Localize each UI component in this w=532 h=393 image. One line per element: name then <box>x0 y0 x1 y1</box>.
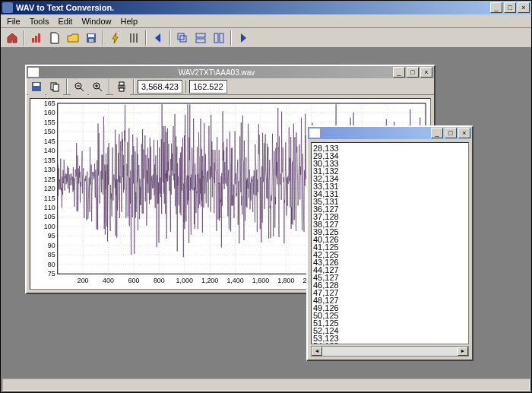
app-window: WAV to Text Conversion. _ □ × File Tools… <box>0 0 532 393</box>
svg-rect-7 <box>133 33 135 43</box>
svg-text:140: 140 <box>44 147 55 154</box>
svg-text:105: 105 <box>44 213 55 220</box>
svg-rect-16 <box>33 83 40 86</box>
svg-rect-12 <box>196 39 205 43</box>
close-button[interactable]: × <box>518 2 530 13</box>
svg-rect-4 <box>88 34 94 37</box>
app-title: WAV to Text Conversion. <box>16 3 490 12</box>
zoom-in-icon <box>91 81 103 93</box>
svg-rect-13 <box>214 33 218 43</box>
svg-line-23 <box>99 88 102 91</box>
data-window-titlebar[interactable]: _ □ × <box>308 127 472 139</box>
chart-minimize-button[interactable]: _ <box>393 67 405 78</box>
svg-text:1,400: 1,400 <box>226 277 243 284</box>
open-chart-button[interactable] <box>28 30 45 46</box>
save-icon <box>30 81 43 93</box>
svg-rect-27 <box>119 82 124 85</box>
arrow-right-icon <box>237 32 249 44</box>
data-horizontal-scrollbar[interactable]: ◄ ► <box>311 346 469 357</box>
svg-rect-11 <box>196 33 205 37</box>
open-button[interactable] <box>65 30 81 46</box>
arrow-left-icon <box>152 32 164 44</box>
maximize-button[interactable]: □ <box>504 2 516 13</box>
svg-rect-0 <box>32 38 34 43</box>
menu-file[interactable]: File <box>2 15 25 27</box>
chart-copy-button[interactable] <box>46 78 63 95</box>
cascade-button[interactable] <box>174 30 191 46</box>
svg-rect-10 <box>180 36 186 42</box>
tile-horizontal-button[interactable] <box>192 30 209 46</box>
svg-text:165: 165 <box>44 100 55 107</box>
menu-tools[interactable]: Tools <box>25 15 54 27</box>
svg-text:400: 400 <box>103 277 114 284</box>
chart-print-button[interactable] <box>113 78 130 95</box>
run-button[interactable] <box>107 30 124 46</box>
svg-rect-14 <box>220 33 223 43</box>
svg-rect-8 <box>136 33 138 43</box>
data-maximize-button[interactable]: □ <box>445 128 457 138</box>
svg-text:1,800: 1,800 <box>277 277 294 284</box>
folder-open-icon <box>67 32 79 44</box>
chart-window-titlebar[interactable]: WAV2TXT\AAA03.wav _ □ × <box>27 66 434 78</box>
svg-text:80: 80 <box>48 261 55 268</box>
tile-horizontal-icon <box>195 32 207 44</box>
next-button[interactable] <box>235 30 252 46</box>
menubar: File Tools Edit Window Help <box>1 14 531 28</box>
mdi-client-area: WAV2TXT\AAA03.wav _ □ × 3,568.423 162.52… <box>2 49 530 377</box>
svg-text:145: 145 <box>44 138 55 145</box>
save-button[interactable] <box>83 30 100 46</box>
chart-save-button[interactable] <box>28 78 45 95</box>
cascade-windows-icon <box>176 32 188 44</box>
home-button[interactable] <box>4 30 21 46</box>
svg-text:110: 110 <box>44 204 55 211</box>
coord-x-display: 3,568.423 <box>138 80 182 93</box>
data-close-button[interactable]: × <box>458 128 470 138</box>
zoom-in-button[interactable] <box>89 78 106 95</box>
svg-rect-28 <box>119 88 124 91</box>
svg-rect-5 <box>89 39 93 42</box>
scroll-left-button[interactable]: ◄ <box>312 347 322 356</box>
menu-help[interactable]: Help <box>116 15 143 27</box>
data-row[interactable]: 54,123 <box>313 342 467 344</box>
menu-window[interactable]: Window <box>77 15 116 27</box>
svg-text:120: 120 <box>44 185 55 192</box>
chart-toolbar: 3,568.423 162.522 <box>27 78 434 95</box>
minimize-button[interactable]: _ <box>490 2 502 13</box>
svg-text:1,600: 1,600 <box>252 277 269 284</box>
chart-window-title: WAV2TXT\AAA03.wav <box>40 68 393 77</box>
main-titlebar: WAV to Text Conversion. _ □ × <box>1 1 531 14</box>
tile-vertical-button[interactable] <box>211 30 227 46</box>
coord-y-display: 162.522 <box>189 80 227 93</box>
svg-rect-18 <box>53 84 59 91</box>
data-minimize-button[interactable]: _ <box>431 128 443 138</box>
scroll-track[interactable] <box>322 347 458 356</box>
data-list[interactable]: 28,13329,13430,13331,13232,13433,13134,1… <box>311 142 469 344</box>
lightning-icon <box>109 32 122 44</box>
chart-maximize-button[interactable]: □ <box>407 67 419 78</box>
menu-edit[interactable]: Edit <box>53 15 77 27</box>
svg-text:160: 160 <box>44 109 55 116</box>
svg-text:75: 75 <box>48 270 55 277</box>
copy-icon <box>49 81 61 93</box>
svg-text:155: 155 <box>44 119 55 126</box>
new-file-icon <box>49 32 61 44</box>
svg-text:200: 200 <box>78 277 89 284</box>
config-button[interactable] <box>125 30 142 46</box>
svg-text:95: 95 <box>48 232 55 239</box>
chart-icon <box>30 32 43 44</box>
data-window-icon <box>309 128 320 138</box>
svg-text:100: 100 <box>44 223 55 230</box>
svg-line-20 <box>81 88 84 91</box>
app-icon <box>2 2 13 13</box>
svg-text:135: 135 <box>44 157 55 164</box>
svg-text:600: 600 <box>128 277 139 284</box>
data-window[interactable]: _ □ × 28,13329,13430,13331,13232,13433,1… <box>306 125 473 361</box>
scroll-right-button[interactable]: ► <box>458 347 468 356</box>
chart-close-button[interactable]: × <box>420 67 432 78</box>
svg-rect-2 <box>38 33 40 43</box>
zoom-out-button[interactable] <box>71 78 87 95</box>
new-button[interactable] <box>46 30 63 46</box>
prev-button[interactable] <box>150 30 166 46</box>
svg-rect-9 <box>178 33 184 40</box>
svg-rect-6 <box>130 33 131 43</box>
